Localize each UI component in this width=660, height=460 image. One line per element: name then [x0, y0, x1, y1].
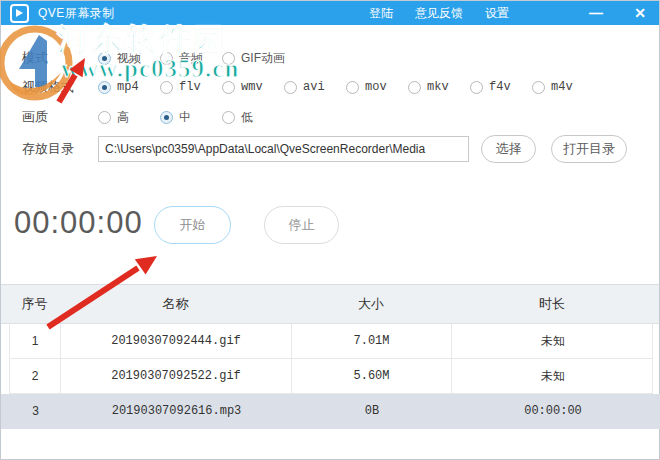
radio-quality-low[interactable]: 低	[222, 109, 284, 126]
table-row[interactable]: 2 20190307092522.gif 5.60M 未知	[9, 359, 653, 394]
directory-input[interactable]	[98, 136, 469, 162]
timer-display: 00:00:00	[14, 205, 143, 241]
radio-format-f4v[interactable]: f4v	[470, 80, 532, 94]
title-bar: QVE屏幕录制 登陆 意见反馈 设置 — ✕	[1, 1, 659, 25]
table-header: 序号 名称 大小 时长	[1, 284, 659, 324]
close-button[interactable]: ✕	[625, 5, 655, 21]
mode-label: 模式	[22, 49, 98, 67]
format-row: 视频格式 mp4 flv wmv avi mov mkv f4v	[22, 75, 594, 99]
radio-mode-audio[interactable]: 音频	[160, 50, 222, 67]
radio-icon	[222, 52, 235, 65]
radio-icon	[532, 81, 545, 94]
app-window: QVE屏幕录制 登陆 意见反馈 设置 — ✕ 模式 视频 音频 GIF动画 视频…	[0, 0, 660, 460]
quality-row: 画质 高 中 低	[22, 105, 284, 129]
radio-format-avi[interactable]: avi	[284, 80, 346, 94]
radio-icon	[408, 81, 421, 94]
radio-icon	[284, 81, 297, 94]
minimize-button[interactable]: —	[581, 5, 611, 21]
menu-item-login[interactable]: 登陆	[369, 5, 393, 22]
start-button[interactable]: 开始	[154, 206, 231, 244]
menu-item-settings[interactable]: 设置	[485, 5, 509, 22]
radio-mode-video[interactable]: 视频	[98, 50, 160, 67]
radio-icon	[222, 111, 235, 124]
radio-icon	[470, 81, 483, 94]
menu-item-feedback[interactable]: 意见反馈	[415, 5, 463, 22]
radio-icon	[98, 81, 111, 94]
radio-icon	[346, 81, 359, 94]
radio-quality-high[interactable]: 高	[98, 109, 160, 126]
recordings-table: 1 20190307092444.gif 7.01M 未知 2 20190307…	[9, 324, 653, 429]
directory-row: 存放目录 选择 打开目录	[22, 135, 627, 163]
format-label: 视频格式	[22, 78, 98, 96]
stop-button[interactable]: 停止	[264, 206, 339, 244]
column-header-size: 大小	[291, 295, 451, 313]
radio-format-mp4[interactable]: mp4	[98, 80, 160, 94]
radio-icon	[160, 81, 173, 94]
column-header-duration: 时长	[451, 295, 653, 313]
radio-icon	[98, 111, 111, 124]
table-row-selected[interactable]: 3 20190307092616.mp3 0B 00:00:00	[1, 394, 660, 429]
table-row[interactable]: 1 20190307092444.gif 7.01M 未知	[9, 324, 653, 359]
radio-icon	[160, 111, 173, 124]
open-directory-button[interactable]: 打开目录	[551, 135, 627, 163]
quality-label: 画质	[22, 108, 98, 126]
radio-format-wmv[interactable]: wmv	[222, 80, 284, 94]
radio-icon	[98, 52, 111, 65]
radio-format-m4v[interactable]: m4v	[532, 80, 594, 94]
select-directory-button[interactable]: 选择	[481, 135, 536, 163]
window-title: QVE屏幕录制	[38, 5, 115, 22]
column-header-index: 序号	[9, 295, 60, 313]
radio-format-mkv[interactable]: mkv	[408, 80, 470, 94]
mode-row: 模式 视频 音频 GIF动画	[22, 46, 322, 70]
radio-format-mov[interactable]: mov	[346, 80, 408, 94]
radio-icon	[160, 52, 173, 65]
radio-quality-medium[interactable]: 中	[160, 109, 222, 126]
column-header-name: 名称	[60, 295, 291, 313]
directory-label: 存放目录	[22, 140, 98, 158]
radio-mode-gif[interactable]: GIF动画	[222, 50, 322, 67]
app-logo-icon	[10, 4, 29, 23]
radio-format-flv[interactable]: flv	[160, 80, 222, 94]
radio-icon	[222, 81, 235, 94]
